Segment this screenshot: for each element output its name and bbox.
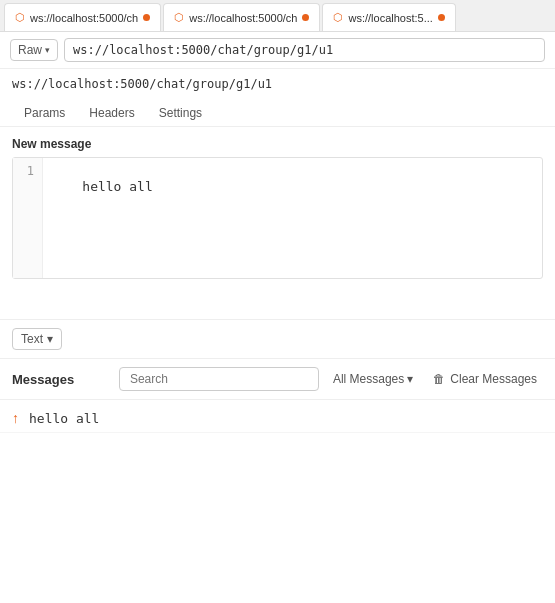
tab-headers[interactable]: Headers [77,101,146,127]
messages-header: Messages All Messages ▾ 🗑 Clear Messages [0,359,555,400]
raw-dropdown[interactable]: Raw ▾ [10,39,58,61]
sub-tab-bar: Params Headers Settings [0,95,555,127]
tab-1-dot [143,14,150,21]
all-messages-chevron-icon: ▾ [407,372,413,386]
url-input[interactable] [64,38,545,62]
clear-messages-label: Clear Messages [450,372,537,386]
text-type-chevron-icon: ▾ [47,332,53,346]
line-numbers: 1 [13,158,43,278]
tab-1[interactable]: ⬡ ws://localhost:5000/ch [4,3,161,31]
tab-bar: ⬡ ws://localhost:5000/ch ⬡ ws://localhos… [0,0,555,32]
tab-3-dot [438,14,445,21]
message-list: ↑ hello all [0,400,555,437]
tab-settings[interactable]: Settings [147,101,214,127]
line-number-1: 1 [27,164,34,178]
tab-3[interactable]: ⬡ ws://localhost:5... [322,3,455,31]
new-message-label: New message [0,127,555,157]
text-type-row: Text ▾ [0,319,555,358]
tab-2[interactable]: ⬡ ws://localhost:5000/ch [163,3,320,31]
ws-icon-3: ⬡ [333,11,343,24]
url-bar-row: Raw ▾ [0,32,555,69]
messages-section: Messages All Messages ▾ 🗑 Clear Messages… [0,358,555,437]
message-editor: 1 hello all [12,157,543,279]
tab-2-label: ws://localhost:5000/ch [189,12,297,24]
ws-icon-1: ⬡ [15,11,25,24]
tab-2-dot [302,14,309,21]
tab-1-label: ws://localhost:5000/ch [30,12,138,24]
text-type-dropdown[interactable]: Text ▾ [12,328,62,350]
all-messages-label: All Messages [333,372,404,386]
messages-title: Messages [12,372,111,387]
raw-label: Raw [18,43,42,57]
ws-icon-2: ⬡ [174,11,184,24]
editor-content[interactable]: hello all [43,158,542,278]
ws-connection-label: ws://localhost:5000/chat/group/g1/u1 [0,69,555,95]
message-direction-icon: ↑ [12,410,19,426]
tab-3-label: ws://localhost:5... [348,12,432,24]
message-item-1: ↑ hello all [0,404,555,433]
trash-icon: 🗑 [433,372,445,386]
tab-params[interactable]: Params [12,101,77,127]
search-input[interactable] [119,367,319,391]
raw-chevron-icon: ▾ [45,45,50,55]
all-messages-dropdown[interactable]: All Messages ▾ [327,368,419,390]
message-text: hello all [29,411,99,426]
text-type-label: Text [21,332,43,346]
clear-messages-button[interactable]: 🗑 Clear Messages [427,368,543,390]
